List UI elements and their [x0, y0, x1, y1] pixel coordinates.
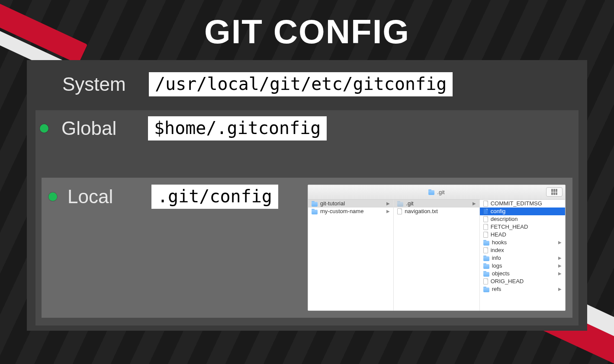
finder-item-label: index: [491, 246, 504, 254]
finder-title-text: .git: [437, 189, 444, 195]
panel-global: Global $home/.gitconfig Local .git/confi…: [35, 110, 579, 326]
finder-item-label: ORIG_HEAD: [491, 278, 524, 285]
file-icon: [483, 216, 488, 222]
file-icon: [483, 224, 488, 230]
path-global: $home/.gitconfig: [148, 116, 327, 140]
bullet-dot: [40, 124, 48, 133]
folder-icon: [483, 256, 489, 261]
finder-item[interactable]: logs▶: [480, 262, 565, 270]
folder-icon: [312, 210, 318, 214]
chevron-right-icon: ▶: [386, 208, 390, 215]
finder-item-label: logs: [492, 262, 502, 270]
row-system: System /usr/local/git/etc/gitconfig: [41, 72, 453, 96]
finder-columns: git-tutorial▶my-custom-name▶ .git▶naviga…: [308, 200, 565, 310]
finder-item-label: .git: [406, 200, 413, 208]
row-local: Local .git/config: [48, 185, 278, 209]
finder-window: .git git-tutorial▶my-custom-name▶ .git▶n…: [308, 185, 566, 311]
file-icon: [483, 278, 488, 284]
finder-item-label: HEAD: [491, 231, 506, 239]
folder-icon: [397, 202, 403, 207]
folder-icon: [483, 272, 489, 277]
row-global: Global $home/.gitconfig: [40, 116, 571, 140]
finder-item[interactable]: info▶: [480, 254, 565, 262]
chevron-right-icon: ▶: [558, 270, 562, 278]
panel-system: System /usr/local/git/etc/gitconfig Glob…: [27, 60, 587, 331]
chevron-right-icon: ▶: [558, 285, 562, 293]
file-icon: [397, 208, 402, 214]
finder-item-label: description: [491, 215, 518, 223]
finder-item[interactable]: objects▶: [480, 270, 565, 278]
folder-icon: [483, 287, 489, 292]
finder-item[interactable]: index: [480, 246, 565, 254]
finder-item[interactable]: git-tutorial▶: [308, 200, 393, 208]
path-local: .git/config: [151, 185, 278, 209]
chevron-right-icon: ▶: [473, 200, 476, 208]
file-icon: [483, 232, 488, 238]
finder-item-label: navigation.txt: [405, 208, 438, 215]
finder-item-label: FETCH_HEAD: [491, 223, 528, 231]
finder-item[interactable]: COMMIT_EDITMSG: [480, 200, 565, 208]
finder-item[interactable]: config: [480, 208, 565, 215]
finder-item[interactable]: HEAD: [480, 231, 565, 239]
bullet-dot: [48, 192, 57, 201]
finder-item[interactable]: FETCH_HEAD: [480, 223, 565, 231]
path-system: /usr/local/git/etc/gitconfig: [149, 72, 453, 96]
finder-item[interactable]: ORIG_HEAD: [480, 278, 565, 285]
finder-column-1: .git▶navigation.txt: [394, 200, 479, 310]
level-label-local: Local: [68, 186, 141, 208]
folder-icon: [483, 241, 489, 246]
finder-titlebar: .git: [308, 185, 565, 200]
finder-item-label: hooks: [492, 239, 507, 246]
folder-icon: [312, 202, 318, 207]
folder-icon: [483, 264, 489, 269]
finder-item-label: refs: [492, 285, 501, 293]
folder-icon: [428, 190, 434, 195]
file-icon: [483, 208, 488, 214]
finder-item[interactable]: description: [480, 215, 565, 223]
view-mode-button[interactable]: [546, 187, 563, 197]
finder-item-label: info: [492, 254, 501, 262]
chevron-right-icon: ▶: [558, 262, 562, 270]
finder-item[interactable]: navigation.txt: [394, 208, 479, 215]
level-label-global: Global: [61, 118, 135, 139]
finder-item[interactable]: hooks▶: [480, 239, 565, 246]
chevron-right-icon: ▶: [386, 200, 390, 208]
finder-item[interactable]: .git▶: [394, 200, 479, 208]
finder-column-0: git-tutorial▶my-custom-name▶: [308, 200, 394, 310]
grid-icon: [551, 189, 557, 195]
finder-column-2: COMMIT_EDITMSGconfigdescriptionFETCH_HEA…: [480, 200, 565, 310]
file-icon: [483, 201, 488, 207]
chevron-right-icon: ▶: [558, 239, 562, 246]
finder-item[interactable]: my-custom-name▶: [308, 208, 393, 215]
finder-item-label: git-tutorial: [320, 200, 345, 208]
panel-local: Local .git/config .git git-tutorial▶my-c: [42, 178, 572, 318]
page-title: GIT CONFIG: [0, 0, 614, 51]
finder-item-label: COMMIT_EDITMSG: [491, 200, 542, 208]
finder-item-label: config: [491, 208, 506, 215]
finder-item-label: my-custom-name: [320, 208, 363, 215]
level-label-system: System: [62, 73, 136, 95]
finder-item-label: objects: [492, 270, 510, 278]
finder-item[interactable]: refs▶: [480, 285, 565, 293]
file-icon: [483, 247, 488, 253]
chevron-right-icon: ▶: [558, 254, 562, 262]
